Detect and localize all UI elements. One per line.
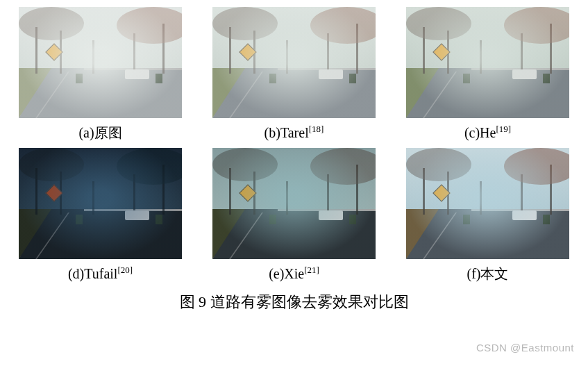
panel-f: (f)本文 bbox=[401, 148, 574, 283]
panel-d-caption: (d)Tufail[20] bbox=[68, 265, 133, 282]
panel-d-citation: [20] bbox=[117, 265, 133, 275]
panel-c-image bbox=[406, 7, 569, 118]
panel-e-caption: (e)Xie[21] bbox=[269, 265, 319, 282]
panel-e-label: (e)Xie bbox=[269, 266, 304, 281]
figure-panel-grid: (a)原图 bbox=[14, 7, 574, 283]
panel-c-citation: [19] bbox=[496, 124, 511, 134]
panel-e: (e)Xie[21] bbox=[208, 148, 380, 283]
panel-b: (b)Tarel[18] bbox=[208, 7, 380, 142]
panel-e-image bbox=[212, 148, 376, 259]
panel-a-caption: (a)原图 bbox=[78, 124, 121, 142]
watermark-text: CSDN @Eastmount bbox=[476, 342, 574, 353]
panel-b-caption: (b)Tarel[18] bbox=[264, 124, 324, 141]
panel-b-label: (b)Tarel bbox=[264, 125, 309, 140]
panel-f-image bbox=[406, 148, 569, 259]
panel-f-caption: (f)本文 bbox=[467, 265, 509, 283]
panel-f-label: (f)本文 bbox=[467, 266, 509, 281]
panel-d-image bbox=[19, 148, 182, 259]
panel-b-citation: [18] bbox=[309, 124, 324, 134]
panel-a-image bbox=[19, 7, 182, 118]
panel-c: (c)He[19] bbox=[401, 7, 574, 142]
panel-d: (d)Tufail[20] bbox=[14, 148, 187, 283]
panel-a: (a)原图 bbox=[14, 7, 187, 142]
panel-a-label: (a)原图 bbox=[78, 125, 121, 140]
panel-e-citation: [21] bbox=[304, 265, 319, 275]
panel-b-image bbox=[212, 7, 376, 118]
panel-d-label: (d)Tufail bbox=[68, 266, 117, 281]
panel-c-caption: (c)He[19] bbox=[464, 124, 511, 141]
panel-c-label: (c)He bbox=[464, 125, 496, 140]
figure-caption: 图 9 道路有雾图像去雾效果对比图 bbox=[14, 292, 574, 313]
